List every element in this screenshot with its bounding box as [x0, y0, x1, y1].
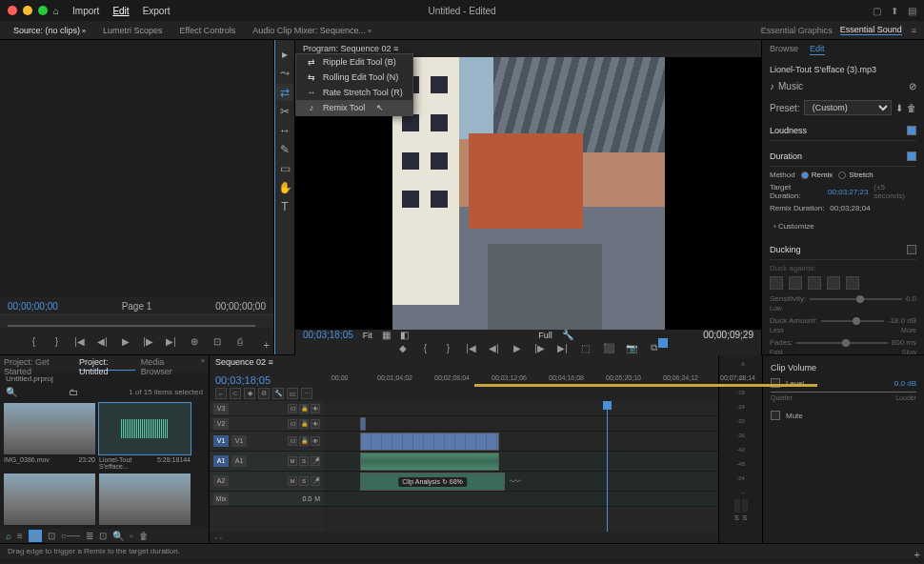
mark-in-icon[interactable]: { — [418, 340, 433, 355]
track-a2[interactable]: Clip Analysis ↻ 68% 〰 — [324, 472, 718, 492]
share-icon[interactable]: ⬆ — [891, 6, 898, 16]
linked-sel-icon[interactable]: ⊂ — [230, 388, 241, 399]
tab-audio-mixer[interactable]: Audio Clip Mixer: Sequence...» — [245, 23, 378, 38]
export-frame-icon[interactable]: 📷 — [624, 340, 639, 355]
mute-toggle[interactable] — [771, 411, 780, 420]
zoom-fit[interactable]: Fit — [363, 331, 372, 340]
radio-stretch[interactable]: Stretch — [838, 171, 873, 179]
target-duration-value[interactable]: 00;03;27;23 — [828, 188, 868, 196]
extract-icon[interactable]: ⬛ — [601, 340, 616, 355]
clear-type-icon[interactable]: ⊘ — [909, 81, 916, 91]
go-in-icon[interactable]: |◀ — [72, 333, 88, 349]
duck-ambience-icon[interactable] — [827, 276, 840, 290]
work-area-bar[interactable] — [474, 384, 817, 387]
bin-item[interactable]: Lionel-Tout S'efface...5:28:18144 — [99, 403, 191, 470]
loudness-toggle[interactable] — [907, 126, 916, 135]
mark-out-icon[interactable]: } — [50, 333, 65, 349]
menu-import[interactable]: Import — [72, 6, 99, 16]
bin-item[interactable] — [4, 473, 95, 525]
track-v3[interactable] — [324, 401, 718, 416]
duration-toggle[interactable] — [907, 151, 916, 161]
settings-icon[interactable]: ⚙ — [258, 388, 270, 399]
bin-item[interactable] — [99, 473, 191, 525]
find-icon[interactable]: 🔍 — [112, 531, 124, 541]
section-ducking[interactable]: Ducking — [770, 240, 916, 260]
go-in-icon[interactable]: |◀ — [464, 340, 479, 355]
bin-item[interactable]: IMG_0386.mov23:20 — [4, 403, 95, 470]
timeline-playhead[interactable] — [607, 401, 608, 532]
tracks-area[interactable]: Clip Analysis ↻ 68% 〰 — [324, 401, 718, 532]
maximize-window[interactable] — [38, 6, 48, 15]
freeform-icon[interactable]: ⊡ — [48, 531, 55, 541]
add-marker-icon[interactable]: ◆ — [395, 340, 411, 355]
timeline-tab-sequence[interactable]: Sequence 02 ≡ — [215, 357, 273, 371]
clip-music[interactable]: Clip Analysis ↻ 68% 〰 — [360, 473, 505, 491]
track-head-v3[interactable]: V3⊡🔒👁 — [210, 401, 324, 416]
preset-select[interactable]: (Custom) — [804, 100, 892, 115]
tab-essential-graphics[interactable]: Essential Graphics — [761, 26, 833, 35]
mark-in-icon[interactable]: { — [27, 333, 42, 349]
pen-tool-icon[interactable]: ✎ — [276, 141, 293, 158]
track-head-mix[interactable]: Mix0.0M — [210, 492, 324, 507]
playhead-marker[interactable] — [658, 338, 668, 348]
source-ruler[interactable] — [0, 314, 273, 328]
type-tool-icon[interactable]: T — [276, 198, 293, 215]
new-bin-icon[interactable]: 🗀 — [69, 387, 78, 397]
tab-get-started[interactable]: Project: Get Started — [4, 357, 73, 371]
play-icon[interactable]: ▶ — [118, 333, 133, 349]
play-icon[interactable]: ▶ — [510, 340, 525, 355]
ducking-toggle[interactable] — [907, 245, 916, 254]
rectangle-tool-icon[interactable]: ▭ — [276, 160, 293, 177]
list-view-icon[interactable]: ≡ — [17, 531, 23, 541]
preset-save-icon[interactable]: ⬇ — [895, 103, 903, 113]
duck-music-icon[interactable] — [789, 276, 802, 290]
snap-icon[interactable]: ⌐ — [215, 388, 227, 399]
flyout-ripple-edit[interactable]: ⇄Ripple Edit Tool (B) — [296, 54, 412, 70]
clip-a1[interactable] — [360, 453, 499, 471]
track-v2[interactable] — [324, 416, 718, 432]
track-head-a1[interactable]: A1A1MS🎤 — [210, 452, 324, 472]
zoom-slider[interactable]: ○── — [61, 531, 80, 541]
radio-remix[interactable]: Remix — [801, 171, 834, 179]
track-v1[interactable] — [324, 432, 718, 452]
track-head-v1[interactable]: V1V1⊡🔒👁 — [210, 432, 324, 452]
step-back-icon[interactable]: ◀| — [95, 333, 110, 349]
auto-clip-icon[interactable]: ⊡ — [99, 531, 107, 541]
sort-icon[interactable]: ≣ — [86, 531, 93, 541]
es-clip-type[interactable]: ♪ Music ⊘ — [770, 78, 916, 94]
tab-essential-sound[interactable]: Essential Sound — [840, 25, 902, 35]
search-icon[interactable]: 🔍 — [6, 387, 17, 397]
insert-icon[interactable]: ⊕ — [187, 333, 202, 349]
minimize-window[interactable] — [23, 6, 32, 15]
clip-v2[interactable] — [360, 417, 366, 431]
clip-v1[interactable] — [360, 433, 499, 451]
timeline-timecode[interactable]: 00;03;18;05 — [215, 374, 318, 386]
add-button-icon[interactable]: + — [914, 549, 920, 560]
close-window[interactable] — [8, 6, 17, 15]
track-select-tool-icon[interactable]: ⤳ — [276, 65, 293, 82]
duck-dialogue-icon[interactable] — [770, 276, 783, 290]
tab-project-untitled[interactable]: Project: Untitled — [79, 357, 135, 371]
preset-delete-icon[interactable]: 🗑 — [907, 103, 916, 113]
ripple-edit-tool-icon[interactable]: ⇄ — [276, 84, 293, 101]
trash-icon[interactable]: 🗑 — [139, 531, 149, 541]
tab-source[interactable]: Source: (no clips)» — [6, 23, 93, 38]
level-value[interactable]: 0.0 dB — [894, 379, 916, 388]
safe-margin-icon[interactable]: ▦ — [382, 330, 391, 340]
es-tab-browse[interactable]: Browse — [770, 44, 798, 55]
go-out-icon[interactable]: ▶| — [164, 333, 179, 349]
remix-edge-icon[interactable]: 〰 — [510, 475, 521, 489]
mark-out-icon[interactable]: } — [441, 340, 456, 355]
cc-icon[interactable]: cc — [287, 388, 298, 399]
go-out-icon[interactable]: ▶| — [555, 340, 571, 355]
section-loudness[interactable]: Loudness — [770, 121, 916, 141]
flyout-rate-stretch[interactable]: ↔Rate Stretch Tool (R) — [296, 85, 412, 100]
overwrite-icon[interactable]: ⊡ — [210, 333, 225, 349]
tab-media-browser[interactable]: Media Browser — [141, 357, 193, 371]
duck-amount-slider[interactable] — [821, 320, 884, 322]
vr-icon[interactable]: ◧ — [400, 330, 409, 340]
section-duration[interactable]: Duration — [770, 147, 916, 167]
tab-effect-controls[interactable]: Effect Controls — [171, 23, 243, 38]
home-icon[interactable]: ⌂ — [53, 6, 59, 16]
menu-export[interactable]: Export — [143, 6, 171, 16]
